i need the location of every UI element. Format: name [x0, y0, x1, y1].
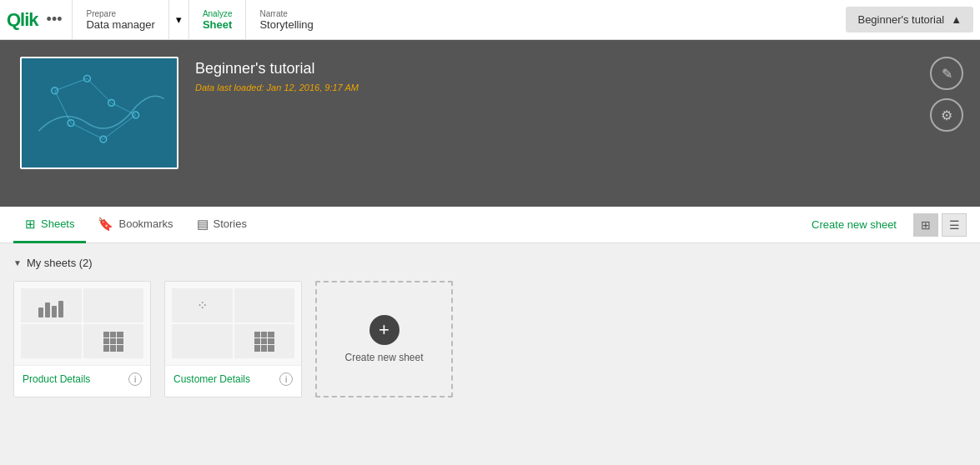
section-title: My sheets (2) [27, 257, 93, 269]
chevron-down-icon: ▾ [176, 13, 182, 26]
info-icon-product[interactable]: i [128, 372, 142, 386]
scatter-chart-icon: ⁘ [197, 298, 208, 313]
nav-analyze[interactable]: Analyze Sheet [188, 0, 246, 40]
grid-view-button[interactable]: ⊞ [913, 213, 938, 237]
edit-button[interactable]: ✎ [930, 57, 963, 90]
tab-stories-label: Stories [214, 218, 247, 230]
collapse-arrow-icon[interactable]: ▼ [13, 258, 22, 268]
preview-cell-table [83, 324, 144, 358]
section-header: ▼ My sheets (2) [13, 257, 967, 269]
app-thumbnail [20, 57, 178, 169]
sheet-card-product-details[interactable]: Product Details i [13, 281, 151, 398]
nav-prepare-dropdown[interactable]: ▾ [168, 0, 188, 40]
app-header: Beginner's tutorial Data last loaded: Ja… [0, 40, 980, 207]
list-icon: ☰ [949, 218, 960, 232]
app-title: Beginner's tutorial [195, 60, 359, 78]
settings-button[interactable]: ⚙ [930, 98, 963, 132]
sheet-name-customer: Customer Details [173, 373, 250, 385]
create-new-sheet-card[interactable]: + Create new sheet [315, 281, 453, 398]
sheet-preview-customer-details: ⁘ [165, 282, 301, 365]
bookmark-icon: 🔖 [98, 217, 113, 232]
sheet-preview-product-details [14, 282, 150, 365]
nav-analyze-main-label: Sheet [203, 18, 233, 31]
list-view-button[interactable]: ☰ [942, 213, 967, 237]
qlik-wordmark: Qlik [7, 9, 38, 31]
preview-cell-empty4 [172, 324, 233, 358]
sheet-name-product: Product Details [23, 373, 90, 385]
stories-icon: ▤ [197, 217, 209, 232]
chevron-up-icon: ▲ [951, 13, 962, 26]
app-info: Beginner's tutorial Data last loaded: Ja… [195, 57, 359, 92]
more-options-icon[interactable]: ••• [43, 8, 66, 32]
preview-cell-bar [21, 288, 82, 322]
tab-sheets-label: Sheets [41, 218, 74, 230]
content-area: ▼ My sheets (2) [0, 243, 980, 427]
sheet-card-footer-product: Product Details i [14, 365, 150, 392]
preview-cell-empty1 [83, 288, 144, 322]
grid-icon: ⊞ [921, 218, 931, 232]
sheets-grid: Product Details i ⁘ [13, 281, 967, 398]
tabs-bar: ⊞ Sheets 🔖 Bookmarks ▤ Stories Create ne… [0, 207, 980, 243]
create-new-sheet-header-button[interactable]: Create new sheet [802, 218, 907, 231]
create-plus-icon: + [369, 315, 400, 345]
nav-prepare-main-label: Data manager [86, 18, 154, 31]
preview-cell-grid [234, 324, 295, 358]
tab-sheets[interactable]: ⊞ Sheets [13, 207, 86, 243]
create-new-sheet-label: Create new sheet [344, 352, 423, 363]
table-icon [103, 332, 123, 352]
app-logo[interactable]: Qlik ••• [7, 8, 65, 32]
sheet-card-footer-customer: Customer Details i [165, 365, 301, 392]
nav-narrate[interactable]: Narrate Storytelling [245, 0, 326, 40]
tab-bookmarks[interactable]: 🔖 Bookmarks [86, 207, 184, 243]
header-actions: ✎ ⚙ [930, 57, 963, 132]
top-navigation: Qlik ••• Prepare Data manager ▾ Analyze … [0, 0, 980, 40]
tutorial-button-label: Beginner's tutorial [857, 13, 944, 26]
nav-analyze-top-label: Analyze [203, 9, 233, 18]
nav-narrate-top-label: Narrate [259, 9, 313, 18]
preview-cell-empty2 [21, 324, 82, 358]
tab-stories[interactable]: ▤ Stories [185, 207, 259, 243]
sheets-icon: ⊞ [25, 217, 36, 232]
nav-prepare[interactable]: Prepare Data manager [72, 0, 168, 40]
info-icon-customer[interactable]: i [279, 372, 293, 386]
nav-prepare-top-label: Prepare [86, 9, 154, 18]
svg-rect-0 [23, 58, 176, 168]
app-last-loaded: Data last loaded: Jan 12, 2016, 9:17 AM [195, 82, 359, 92]
grid-icon-preview [254, 332, 274, 352]
tutorial-button[interactable]: Beginner's tutorial ▲ [846, 7, 973, 32]
tab-bookmarks-label: Bookmarks [118, 218, 173, 230]
nav-narrate-main-label: Storytelling [259, 18, 313, 31]
preview-cell-scatter: ⁘ [172, 288, 233, 322]
view-toggle: ⊞ ☰ [913, 213, 967, 237]
preview-cell-empty3 [234, 288, 295, 322]
sheet-card-customer-details[interactable]: ⁘ Customer Details i [164, 281, 302, 398]
bar-chart-icon [38, 294, 63, 318]
gear-icon: ⚙ [941, 108, 952, 123]
pencil-icon: ✎ [942, 66, 952, 82]
